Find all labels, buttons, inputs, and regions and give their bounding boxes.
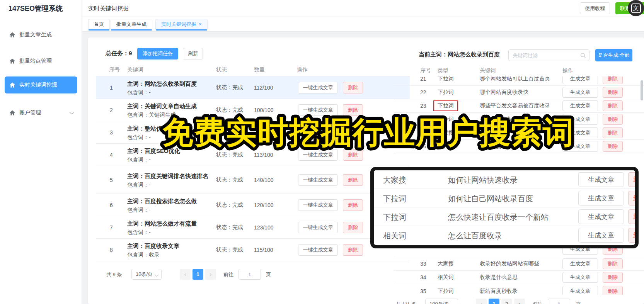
table-row[interactable]: 24下拉词如何让网站收录百度生成文章删除 xyxy=(394,113,644,126)
main-keyword: 主词：百度搜索排名怎么做 xyxy=(127,197,211,205)
keyword-cell: 主词：百度搜索排名怎么做包含词：- xyxy=(127,197,211,213)
delete-button[interactable]: 删除 xyxy=(343,82,363,93)
delete-button[interactable]: 删除 xyxy=(343,149,363,161)
next-page-button[interactable]: › xyxy=(514,299,525,304)
prev-page-button[interactable]: ‹ xyxy=(180,269,191,280)
generate-article-button[interactable]: 一键生成文章 xyxy=(298,199,338,211)
table-row[interactable]: 23下拉词哪些平台发文容易被百度收录生成文章删除 xyxy=(394,99,644,113)
sidebar-item-1[interactable]: 批量文章生成 xyxy=(5,27,77,42)
generate-article-button[interactable]: 一键生成文章 xyxy=(298,222,338,233)
close-icon[interactable]: × xyxy=(199,21,202,27)
sidebar-item-4[interactable]: 账户管理 xyxy=(5,105,77,121)
tasks-panel: 总任务：9 添加挖词任务 刷新 序号 关键词 状态 数量 操作 1主词：网站怎么… xyxy=(96,47,410,282)
table-row[interactable]: 8主词：百度收录文章包含词：收录状态：完成115/100一键生成文章删除 xyxy=(96,239,410,261)
generate-all-button[interactable]: 是否生成:全部 xyxy=(595,49,632,61)
row-number: 1 xyxy=(110,85,113,91)
generate-article-button[interactable]: 生成文章 xyxy=(562,286,598,295)
tutorial-button[interactable]: 使用教程 xyxy=(580,2,610,14)
count-cell: 115/100 xyxy=(254,247,273,253)
per-page-select[interactable]: 10条/页 xyxy=(131,269,162,280)
table-row[interactable]: 33大家搜收录好的发帖网站有哪些生成文章删除 xyxy=(394,257,644,271)
delete-button[interactable]: 删除 xyxy=(628,172,639,187)
translate-icon[interactable]: 文 xyxy=(628,0,644,16)
keyword-filter-input[interactable] xyxy=(513,50,578,60)
chevron-down-icon xyxy=(451,303,455,304)
next-page-button[interactable]: › xyxy=(205,269,216,280)
count-cell: 120/100 xyxy=(254,202,274,208)
goto-page-input[interactable] xyxy=(239,269,261,280)
generate-article-button[interactable]: 一键生成文章 xyxy=(298,174,338,186)
scrollbar[interactable] xyxy=(641,80,643,100)
sidebar-item-3[interactable]: 实时关键词挖掘 xyxy=(5,76,77,93)
generate-article-button[interactable]: 生成文章 xyxy=(562,100,598,111)
delete-button[interactable]: 删除 xyxy=(343,222,363,233)
generate-article-button[interactable]: 生成文章 xyxy=(562,114,598,125)
delete-button[interactable]: 删除 xyxy=(603,272,623,283)
table-row[interactable]: 21下拉词哪个网站发帖可以上百度首页生成文章删除 xyxy=(394,76,644,86)
generate-article-button[interactable]: 生成文章 xyxy=(562,248,598,255)
table-row[interactable]: 35下拉词新站百度秒收录生成文章删除 xyxy=(394,284,644,295)
table-row[interactable]: 25大家搜生成文章删除 xyxy=(394,126,644,140)
delete-button[interactable]: 删除 xyxy=(603,76,623,84)
delete-button[interactable]: 删除 xyxy=(603,87,623,98)
generate-article-button[interactable]: 生成文章 xyxy=(562,87,598,98)
include-words: 包含词：收录 xyxy=(127,251,211,258)
generate-article-button[interactable]: 生成文章 xyxy=(562,258,598,269)
add-task-button[interactable]: 添加挖词任务 xyxy=(137,48,178,59)
goto-page-input[interactable] xyxy=(548,299,570,304)
delete-button[interactable]: 删除 xyxy=(628,191,639,205)
generate-article-button[interactable]: 生成文章 xyxy=(562,272,598,283)
per-page-select[interactable]: 100条/页 xyxy=(425,299,458,304)
delete-button[interactable]: 删除 xyxy=(603,100,623,111)
generate-article-button[interactable]: 一键生成文章 xyxy=(298,244,338,256)
col-keyword: 关键词 xyxy=(480,67,496,74)
table-row[interactable]: 4主词：百度SEO优化包含词：-状态：完成113/100一键生成文章删除 xyxy=(96,144,410,166)
generate-article-button[interactable]: 生成文章 xyxy=(578,209,624,224)
table-row[interactable]: 26下拉词如何百度收录网站生成文章删除 xyxy=(394,140,644,153)
table-row[interactable]: 22下拉词哪个网站百度收录快生成文章删除 xyxy=(394,86,644,99)
delete-button[interactable]: 删除 xyxy=(628,228,639,243)
page-2-button[interactable]: 2 xyxy=(501,299,512,304)
page-title: 实时关键词挖掘 xyxy=(88,5,129,12)
delete-button[interactable]: 删除 xyxy=(603,248,623,255)
page-1-button[interactable]: 1 xyxy=(489,299,499,304)
delete-button[interactable]: 删除 xyxy=(343,244,363,256)
table-row[interactable]: 5主词：百度关键词排名快速排名包含词：-状态：完成140/100一键生成文章删除 xyxy=(96,166,410,194)
table-row[interactable]: 34相关词收录是什么意思生成文章删除 xyxy=(394,271,644,284)
delete-button[interactable]: 删除 xyxy=(603,141,623,152)
type-cell: 下拉词 xyxy=(438,288,454,295)
prev-page-button[interactable]: ‹ xyxy=(476,299,487,304)
generate-article-button[interactable]: 生成文章 xyxy=(562,141,598,152)
status-cell: 状态：完成 xyxy=(216,202,243,209)
generate-article-button[interactable]: 一键生成文章 xyxy=(298,127,338,138)
sidebar-item-2[interactable]: 批量站点管理 xyxy=(5,53,77,69)
delete-button[interactable]: 删除 xyxy=(628,209,639,224)
generate-article-button[interactable]: 生成文章 xyxy=(578,172,624,187)
tab-3[interactable]: 实时关键词挖掘× xyxy=(155,19,208,30)
generate-article-button[interactable]: 一键生成文章 xyxy=(298,104,338,116)
tab-2[interactable]: 批量文章生成 xyxy=(111,19,152,30)
delete-button[interactable]: 删除 xyxy=(603,127,623,138)
table-row[interactable]: 2主词：关键词文章自动生成包含词：关键词生成状态：完成100/100一键生成文章… xyxy=(96,99,410,121)
table-row[interactable]: 7主词：网站怎么做才有流量包含词：-状态：完成123/100一键生成文章删除 xyxy=(96,216,410,239)
delete-button[interactable]: 删除 xyxy=(343,127,363,138)
generate-article-button[interactable]: 生成文章 xyxy=(578,191,624,205)
delete-button[interactable]: 删除 xyxy=(343,104,363,116)
generate-article-button[interactable]: 生成文章 xyxy=(562,127,598,138)
page-1-button[interactable]: 1 xyxy=(193,269,203,280)
table-row[interactable]: 1主词：网站怎么收录到百度包含词：-状态：完成112/100一键生成文章删除 xyxy=(96,76,410,99)
generate-article-button[interactable]: 生成文章 xyxy=(562,76,598,84)
delete-button[interactable]: 删除 xyxy=(343,174,363,186)
refresh-button[interactable]: 刷新 xyxy=(183,48,203,59)
delete-button[interactable]: 删除 xyxy=(343,199,363,211)
tab-1[interactable]: 首页 xyxy=(88,19,110,30)
generate-article-button[interactable]: 一键生成文章 xyxy=(298,82,338,93)
generate-article-button[interactable]: 生成文章 xyxy=(578,228,624,243)
table-row[interactable]: 6主词：百度搜索排名怎么做包含词：-状态：完成120/100一键生成文章删除 xyxy=(96,194,410,216)
table-row[interactable]: 3主词：整站优化包含词：-状态：完成一键生成文章删除 xyxy=(96,121,410,144)
generate-article-button[interactable]: 一键生成文章 xyxy=(298,149,338,161)
delete-button[interactable]: 删除 xyxy=(603,286,623,295)
delete-button[interactable]: 删除 xyxy=(603,114,623,125)
tab-label: 实时关键词挖掘 xyxy=(161,21,196,27)
delete-button[interactable]: 删除 xyxy=(603,258,623,269)
